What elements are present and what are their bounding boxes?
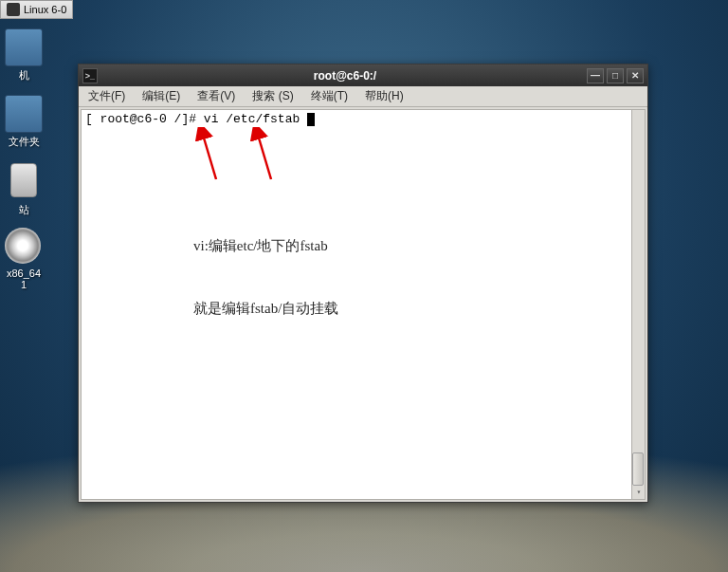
scrollbar[interactable]: ▾	[631, 110, 645, 499]
svg-line-1	[203, 135, 216, 179]
icon-label: x86_64 1	[0, 268, 52, 290]
terminal-body[interactable]: [ root@c6-0 /]# vi /etc/fstab vi:编辑etc/地…	[81, 109, 646, 500]
svg-line-3	[258, 135, 271, 179]
menu-edit[interactable]: 编辑(E)	[136, 86, 186, 106]
menu-search[interactable]: 搜索 (S)	[246, 86, 299, 106]
icon-label: 站	[0, 203, 52, 217]
trash-icon	[5, 163, 43, 201]
window-title: root@c6-0:/	[103, 69, 587, 83]
terminal-line: [ root@c6-0 /]# vi /etc/fstab	[85, 112, 641, 127]
desktop-icon-trash[interactable]: 站	[0, 161, 52, 217]
terminal-app-icon: >_	[82, 68, 98, 83]
menu-terminal[interactable]: 终端(T)	[305, 86, 354, 106]
menu-help[interactable]: 帮助(H)	[359, 86, 410, 106]
terminal-icon	[7, 3, 20, 16]
titlebar[interactable]: >_ root@c6-0:/ — □ ✕	[79, 65, 647, 86]
icon-label: 文件夹	[0, 135, 52, 149]
minimize-button[interactable]: —	[587, 68, 604, 83]
scrollbar-thumb[interactable]	[632, 452, 644, 486]
maximize-button[interactable]: □	[607, 68, 624, 83]
desktop-icon-folder[interactable]: 文件夹	[0, 95, 52, 149]
cursor	[307, 113, 315, 126]
menu-file[interactable]: 文件(F)	[82, 86, 131, 106]
desktop-icon-disc[interactable]: x86_64 1	[0, 228, 52, 290]
menu-view[interactable]: 查看(V)	[191, 86, 241, 106]
desktop-icon-computer[interactable]: 机	[0, 28, 52, 83]
scrollbar-down[interactable]: ▾	[632, 486, 646, 499]
computer-icon	[5, 28, 43, 66]
annotation-text: vi:编辑etc/地下的fstab 就是编辑fstab/自动挂载	[193, 194, 338, 360]
folder-icon	[5, 95, 43, 133]
close-button[interactable]: ✕	[627, 68, 644, 83]
taskbar-label: Linux 6-0	[24, 4, 66, 15]
disc-icon	[5, 228, 43, 266]
arrow-annotation-2	[250, 127, 279, 184]
annotation-line-2: 就是编辑fstab/自动挂载	[193, 298, 338, 319]
annotation-line-1: vi:编辑etc/地下的fstab	[193, 235, 338, 256]
icon-label: 机	[0, 68, 52, 83]
prompt: [ root@c6-0 /]#	[85, 112, 204, 126]
arrow-annotation-1	[195, 127, 224, 184]
command: vi /etc/fstab	[204, 112, 307, 126]
terminal-window: >_ root@c6-0:/ — □ ✕ 文件(F) 编辑(E) 查看(V) 搜…	[78, 64, 648, 503]
taskbar-item[interactable]: Linux 6-0	[0, 0, 73, 19]
menubar: 文件(F) 编辑(E) 查看(V) 搜索 (S) 终端(T) 帮助(H)	[79, 86, 647, 107]
